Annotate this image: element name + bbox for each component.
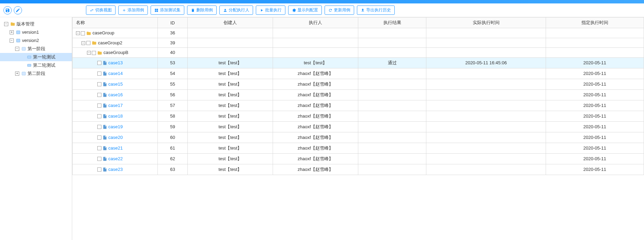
tree-version2[interactable]: − version2: [0, 36, 72, 45]
row-name-text[interactable]: case21: [108, 145, 123, 151]
cell-name[interactable]: ·case17: [73, 100, 158, 111]
edit-icon-button[interactable]: [14, 6, 22, 14]
cell-id: 62: [158, 153, 188, 164]
cell-executor: zhaoxf【赵雪峰】: [273, 164, 358, 175]
collapse-icon[interactable]: −: [87, 51, 91, 55]
th-assign-time[interactable]: 指定执行时间: [546, 18, 644, 28]
add-case-button[interactable]: 添加用例: [118, 6, 148, 15]
table-row[interactable]: −caseGroup239: [73, 38, 644, 48]
table-row[interactable]: −caseGroupB40: [73, 48, 644, 58]
collapse-icon[interactable]: −: [15, 47, 19, 51]
cell-executor: [273, 48, 358, 58]
th-creator[interactable]: 创建人: [187, 18, 273, 28]
cell-name[interactable]: ·case16: [73, 89, 158, 100]
row-name-text[interactable]: case17: [108, 103, 123, 108]
cell-name[interactable]: ·case22: [73, 153, 158, 164]
table-row[interactable]: ·case2363test【test】zhaoxf【赵雪峰】2020-05-11: [73, 164, 644, 175]
th-actual-time[interactable]: 实际执行时间: [426, 18, 546, 28]
play-icon: [260, 8, 264, 12]
row-checkbox[interactable]: [97, 157, 101, 161]
row-checkbox[interactable]: [81, 31, 85, 35]
row-checkbox[interactable]: [97, 167, 101, 172]
expand-icon[interactable]: +: [10, 30, 14, 34]
row-name-text[interactable]: case14: [108, 71, 123, 76]
tree-phase1[interactable]: − 第一阶段: [0, 45, 72, 53]
cell-name[interactable]: −caseGroup2: [73, 38, 158, 48]
cell-actual-time: [426, 89, 546, 100]
table-row[interactable]: ·case2161test【test】zhaoxf【赵雪峰】2020-05-11: [73, 143, 644, 153]
row-name-text[interactable]: case20: [108, 135, 123, 140]
row-checkbox[interactable]: [97, 93, 101, 97]
cell-creator: test【test】: [187, 132, 273, 143]
collapse-icon[interactable]: −: [4, 22, 8, 26]
row-checkbox[interactable]: [97, 146, 101, 150]
table-row[interactable]: ·case1757test【test】zhaoxf【赵雪峰】2020-05-11: [73, 100, 644, 111]
table-row[interactable]: ·case1858test【test】zhaoxf【赵雪峰】2020-05-11: [73, 111, 644, 121]
switch-view-button[interactable]: 切换视图: [86, 6, 116, 15]
row-name-text[interactable]: case18: [108, 113, 123, 119]
svg-rect-3: [28, 56, 31, 58]
save-icon-button[interactable]: [3, 6, 12, 14]
row-name-text[interactable]: case19: [108, 124, 123, 129]
th-name[interactable]: 名称: [73, 18, 158, 28]
cell-name[interactable]: ·case23: [73, 164, 158, 175]
row-checkbox[interactable]: [97, 103, 101, 108]
th-result[interactable]: 执行结果: [358, 18, 426, 28]
table-row[interactable]: ·case1959test【test】zhaoxf【赵雪峰】2020-05-11: [73, 121, 644, 132]
cell-name[interactable]: ·case21: [73, 143, 158, 153]
tree-round2[interactable]: · 第二轮测试: [0, 61, 72, 69]
th-executor[interactable]: 执行人: [273, 18, 358, 28]
row-checkbox[interactable]: [97, 125, 101, 129]
cell-name[interactable]: ·case19: [73, 121, 158, 132]
row-name-text[interactable]: case22: [108, 156, 123, 161]
tree-version1[interactable]: + version1: [0, 28, 72, 36]
delete-case-button[interactable]: 删除用例: [187, 6, 217, 15]
tree-round1[interactable]: · 第一轮测试: [0, 53, 72, 61]
row-checkbox[interactable]: [97, 135, 101, 140]
cell-name[interactable]: ·case20: [73, 132, 158, 143]
table-row[interactable]: ·case1353test【test】test【test】通过2020-05-1…: [73, 57, 644, 68]
assign-executor-button[interactable]: 分配执行人: [219, 6, 253, 15]
table-row[interactable]: −caseGroup36: [73, 28, 644, 38]
table-row[interactable]: ·case2060test【test】zhaoxf【赵雪峰】2020-05-11: [73, 132, 644, 143]
row-name-text[interactable]: case23: [108, 167, 123, 172]
collapse-icon[interactable]: −: [81, 41, 85, 45]
cell-actual-time: [426, 38, 546, 48]
tree-root[interactable]: − 版本管理: [0, 20, 72, 28]
column-config-button[interactable]: 显示列配置: [288, 6, 322, 15]
cell-result: [358, 79, 426, 89]
table-row[interactable]: ·case2262test【test】zhaoxf【赵雪峰】2020-05-11: [73, 153, 644, 164]
table-row[interactable]: ·case1555test【test】zhaoxf【赵雪峰】2020-05-11: [73, 79, 644, 89]
row-checkbox[interactable]: [97, 114, 101, 118]
update-case-button[interactable]: 更新用例: [325, 6, 354, 15]
row-checkbox[interactable]: [92, 51, 96, 55]
batch-exec-button[interactable]: 批量执行: [256, 6, 285, 15]
cell-name[interactable]: −caseGroupB: [73, 48, 158, 58]
table-row[interactable]: ·case1454test【test】zhaoxf【赵雪峰】2020-05-11: [73, 68, 644, 79]
row-checkbox[interactable]: [97, 72, 101, 76]
row-checkbox[interactable]: [97, 61, 101, 65]
tree-phase2[interactable]: + 第二阶段: [0, 69, 72, 78]
table-row[interactable]: ·case1656test【test】zhaoxf【赵雪峰】2020-05-11: [73, 89, 644, 100]
row-name-text[interactable]: case13: [108, 60, 123, 65]
cell-name[interactable]: ·case15: [73, 79, 158, 89]
cell-name[interactable]: ·case14: [73, 68, 158, 79]
add-testset-button[interactable]: 添加测试集: [151, 6, 184, 15]
cell-name[interactable]: −caseGroup: [73, 28, 158, 38]
row-name-text[interactable]: case15: [108, 81, 123, 87]
collapse-icon[interactable]: −: [76, 31, 80, 35]
cell-name[interactable]: ·case13: [73, 57, 158, 68]
row-checkbox[interactable]: [97, 82, 101, 86]
expand-icon[interactable]: +: [15, 72, 19, 76]
swap-icon: [90, 8, 94, 12]
row-name-text[interactable]: case16: [108, 92, 123, 97]
edit-icon: [15, 8, 20, 13]
cell-creator: test【test】: [187, 121, 273, 132]
collapse-icon[interactable]: −: [10, 39, 14, 43]
th-id[interactable]: ID: [158, 18, 188, 28]
cell-actual-time: [426, 153, 546, 164]
cell-name[interactable]: ·case18: [73, 111, 158, 121]
export-history-button[interactable]: 导出执行历史: [357, 6, 395, 15]
version-icon: [15, 38, 21, 43]
row-checkbox[interactable]: [86, 41, 90, 45]
